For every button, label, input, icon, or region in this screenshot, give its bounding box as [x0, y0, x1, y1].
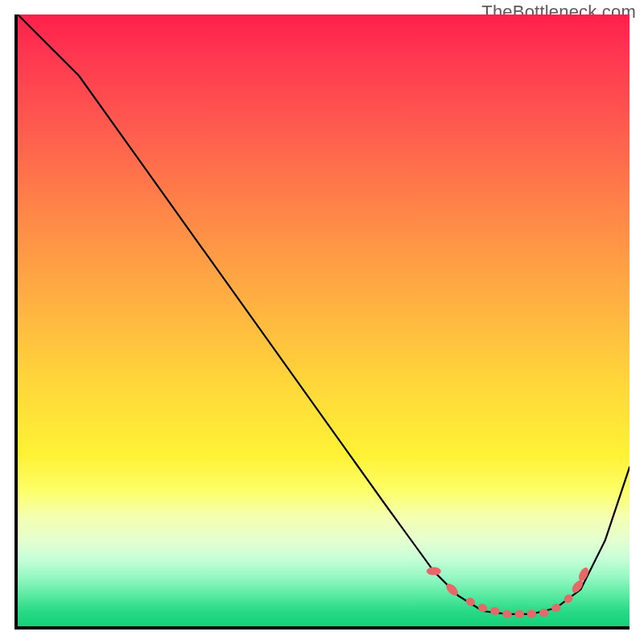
bottom-marker [427, 568, 441, 576]
chart-frame: TheBottleneck.com [0, 0, 644, 644]
bottom-markers-group [427, 566, 591, 619]
plot-area [14, 14, 630, 630]
bottom-marker [527, 610, 537, 618]
chart-svg [18, 14, 630, 626]
bottom-marker [514, 610, 524, 618]
bottom-marker [502, 609, 513, 620]
curve-path [18, 14, 630, 614]
bottom-marker [489, 606, 501, 617]
